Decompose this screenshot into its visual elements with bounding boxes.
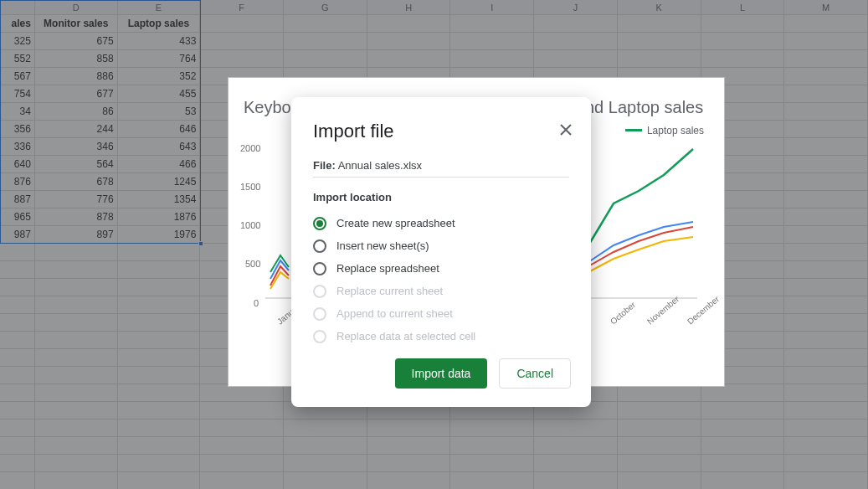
radio-label: Create new spreadsheet — [336, 217, 455, 229]
import-file-dialog: Import file File: Annual sales.xlsx Impo… — [291, 97, 591, 407]
import-data-button[interactable]: Import data — [395, 358, 488, 389]
radio-icon — [313, 262, 326, 275]
radio-icon — [313, 285, 326, 298]
radio-label: Replace data at selected cell — [336, 330, 475, 342]
radio-icon — [313, 330, 326, 343]
close-button[interactable] — [554, 119, 578, 142]
close-icon — [560, 124, 572, 136]
radio-option-1[interactable]: Insert new sheet(s) — [313, 234, 569, 257]
radio-icon — [313, 307, 326, 321]
radio-label: Insert new sheet(s) — [336, 239, 429, 252]
radio-option-0[interactable]: Create new spreadsheet — [313, 212, 569, 234]
radio-label: Replace spreadsheet — [336, 262, 439, 275]
radio-option-4: Append to current sheet — [313, 302, 569, 325]
file-name: Annual sales.xlsx — [338, 159, 422, 172]
dialog-title: Import file — [313, 121, 569, 142]
radio-icon — [313, 217, 326, 230]
radio-label: Append to current sheet — [336, 307, 453, 320]
radio-label: Replace current sheet — [336, 285, 443, 297]
radio-option-5: Replace data at selected cell — [313, 325, 569, 347]
import-location-label: Import location — [313, 191, 569, 203]
file-row: File: Annual sales.xlsx — [313, 159, 569, 178]
radio-option-2[interactable]: Replace spreadsheet — [313, 257, 569, 280]
radio-icon — [313, 239, 326, 253]
cancel-button[interactable]: Cancel — [499, 358, 571, 389]
radio-option-3: Replace current sheet — [313, 280, 569, 302]
